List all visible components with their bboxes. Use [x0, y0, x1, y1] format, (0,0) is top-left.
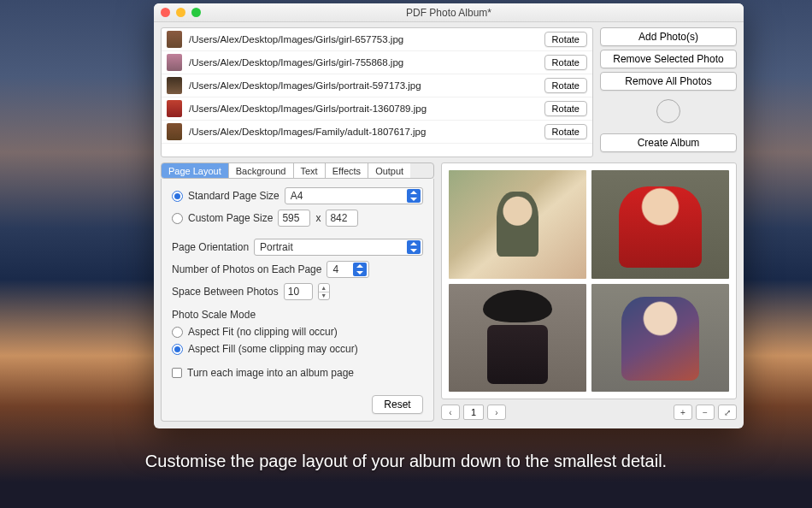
- rotate-button[interactable]: Rotate: [544, 55, 587, 70]
- file-thumbnail-icon: [167, 77, 182, 94]
- file-thumbnail-icon: [167, 54, 182, 71]
- file-row[interactable]: /Users/Alex/Desktop/Images/Girls/girl-65…: [162, 28, 592, 51]
- zoom-out-button[interactable]: −: [696, 405, 715, 420]
- orientation-value: Portrait: [260, 241, 293, 253]
- file-row[interactable]: /Users/Alex/Desktop/Images/Girls/girl-75…: [162, 51, 592, 74]
- file-path: /Users/Alex/Desktop/Images/Family/adult-…: [189, 127, 538, 137]
- minus-icon: −: [703, 408, 708, 417]
- preview-photo: [591, 284, 729, 393]
- custom-size-radio[interactable]: [172, 213, 183, 224]
- fullscreen-button[interactable]: ⤢: [718, 405, 737, 420]
- num-photos-select[interactable]: 4: [327, 261, 369, 278]
- aspect-fill-radio[interactable]: [172, 344, 183, 355]
- preview-photo: [449, 284, 586, 393]
- app-window: PDF Photo Album* /Users/Alex/Desktop/Ima…: [154, 3, 744, 428]
- remove-selected-button[interactable]: Remove Selected Photo: [600, 50, 737, 68]
- space-input[interactable]: 10: [284, 283, 313, 300]
- standard-size-value: A4: [291, 190, 303, 202]
- file-row[interactable]: /Users/Alex/Desktop/Images/Family/adult-…: [162, 121, 592, 144]
- preview-panel: ‹ 1 › + − ⤢: [441, 162, 737, 422]
- file-row[interactable]: /Users/Alex/Desktop/Images/Girls/portrai…: [162, 97, 592, 121]
- file-list[interactable]: /Users/Alex/Desktop/Images/Girls/girl-65…: [161, 27, 593, 157]
- preview-photo: [449, 170, 586, 279]
- tabs: Page Layout Background Text Effects Outp…: [161, 162, 434, 179]
- standard-size-select[interactable]: A4: [285, 187, 423, 204]
- file-thumbnail-icon: [167, 100, 182, 117]
- orientation-label: Page Orientation: [172, 241, 249, 253]
- preview-photo: [591, 170, 729, 279]
- custom-height-input[interactable]: 842: [326, 210, 358, 227]
- preview-page: [441, 162, 737, 399]
- rotate-button[interactable]: Rotate: [544, 101, 587, 116]
- x-label: x: [315, 212, 321, 224]
- num-photos-value: 4: [332, 263, 338, 275]
- chevron-updown-icon: [407, 189, 421, 203]
- window-title: PDF Photo Album*: [154, 7, 744, 19]
- page-layout-form: Standard Page Size A4 Custom Page Size 5…: [161, 179, 434, 422]
- rotate-button[interactable]: Rotate: [544, 124, 587, 139]
- custom-width-input[interactable]: 595: [278, 210, 310, 227]
- create-album-button[interactable]: Create Album: [600, 133, 737, 152]
- file-thumbnail-icon: [167, 31, 182, 48]
- zoom-in-button[interactable]: +: [674, 405, 692, 420]
- file-row[interactable]: /Users/Alex/Desktop/Images/Girls/portrai…: [162, 74, 592, 97]
- file-path: /Users/Alex/Desktop/Images/Girls/portrai…: [189, 80, 538, 91]
- prev-page-button[interactable]: ‹: [441, 405, 460, 420]
- scale-mode-label: Photo Scale Mode: [172, 309, 423, 321]
- plus-icon: +: [680, 408, 685, 417]
- rotate-button[interactable]: Rotate: [544, 32, 587, 47]
- chevron-down-icon: ▼: [319, 292, 329, 300]
- aspect-fit-label: Aspect Fit (no clipping will occur): [188, 326, 338, 338]
- tab-background[interactable]: Background: [229, 163, 294, 178]
- standard-size-radio[interactable]: [172, 191, 183, 202]
- add-photos-button[interactable]: Add Photo(s): [600, 27, 737, 46]
- space-label: Space Between Photos: [172, 286, 279, 298]
- preview-controls: ‹ 1 › + − ⤢: [441, 403, 737, 422]
- window-content: /Users/Alex/Desktop/Images/Girls/girl-65…: [154, 22, 744, 428]
- standard-size-label: Standard Page Size: [188, 190, 279, 202]
- turn-page-label: Turn each image into an album page: [187, 367, 354, 379]
- aspect-fill-label: Aspect Fill (some clipping may occur): [188, 343, 358, 355]
- next-page-button[interactable]: ›: [487, 405, 506, 420]
- tab-page-layout[interactable]: Page Layout: [162, 163, 229, 178]
- chevron-updown-icon: [353, 263, 367, 276]
- orientation-select[interactable]: Portrait: [254, 239, 423, 256]
- tab-effects[interactable]: Effects: [326, 163, 368, 178]
- custom-size-label: Custom Page Size: [188, 212, 273, 224]
- file-path: /Users/Alex/Desktop/Images/Girls/portrai…: [189, 103, 538, 114]
- remove-all-button[interactable]: Remove All Photos: [600, 72, 737, 91]
- chevron-left-icon: ‹: [449, 408, 451, 417]
- tab-output[interactable]: Output: [368, 163, 410, 178]
- page-number-input[interactable]: 1: [463, 405, 484, 420]
- chevron-up-icon: ▲: [319, 284, 329, 292]
- space-stepper[interactable]: ▲▼: [318, 283, 330, 300]
- settings-panel: Page Layout Background Text Effects Outp…: [161, 162, 434, 422]
- reset-button[interactable]: Reset: [372, 395, 423, 414]
- num-photos-label: Number of Photos on Each Page: [172, 263, 321, 275]
- chevron-right-icon: ›: [495, 408, 497, 417]
- progress-spinner-icon: [656, 99, 680, 123]
- tab-text[interactable]: Text: [294, 163, 326, 178]
- file-thumbnail-icon: [167, 123, 182, 140]
- side-buttons: Add Photo(s) Remove Selected Photo Remov…: [600, 27, 737, 157]
- file-path: /Users/Alex/Desktop/Images/Girls/girl-65…: [189, 34, 538, 44]
- aspect-fit-radio[interactable]: [172, 327, 183, 338]
- turn-page-checkbox[interactable]: [172, 368, 182, 378]
- titlebar: PDF Photo Album*: [154, 3, 744, 22]
- rotate-button[interactable]: Rotate: [544, 78, 587, 93]
- chevron-updown-icon: [407, 240, 421, 254]
- marketing-caption: Customise the page layout of your album …: [0, 452, 812, 471]
- file-path: /Users/Alex/Desktop/Images/Girls/girl-75…: [189, 57, 538, 68]
- expand-icon: ⤢: [724, 408, 731, 417]
